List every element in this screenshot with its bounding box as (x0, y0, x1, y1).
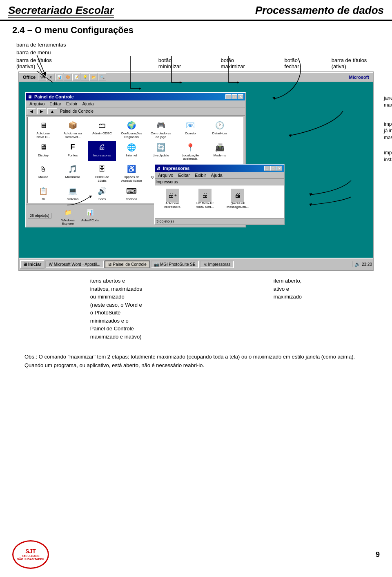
office-btn-1[interactable]: W (38, 74, 46, 81)
painel-up-btn[interactable]: ▲ (47, 108, 57, 114)
diagram-wrapper: barra de ferramentas barra de menu barra… (12, 42, 380, 271)
icon-config-regionais[interactable]: 🌍 ConfiguraçõesRegionais (118, 119, 145, 139)
icon-modems[interactable]: 📠 Modems (206, 141, 234, 161)
icon-adicionar-impressora[interactable]: 🖨+ Adicionarimpressora (158, 189, 187, 215)
painel-back-btn[interactable]: ◀ (27, 108, 36, 114)
painel-forward-btn[interactable]: ▶ (37, 108, 46, 114)
taskbar-item-word[interactable]: W Microsoft Word - Apostil... (45, 261, 103, 268)
word-icon: W (49, 262, 52, 267)
impressoras-menu-arquivo[interactable]: Arquivo (156, 172, 175, 178)
taskbar-item-painel[interactable]: 🖥 Painel de Controle (105, 261, 150, 268)
office-btn-7[interactable]: 📂 (89, 74, 98, 81)
label-botao-fechar: botão fechar (285, 57, 311, 69)
icon-admin-odbc[interactable]: 🗃 Admin ODBC (88, 119, 116, 139)
icon-internet[interactable]: 🌐 Internet (118, 141, 145, 161)
painel-maximize-btn[interactable]: □ (232, 94, 237, 99)
icon-teclado[interactable]: ⌨ Teclado (118, 185, 145, 201)
icon-adicionar-remover[interactable]: 📦 Adicionar ouRemover... (59, 119, 87, 139)
label-barra-menu: barra de menu (16, 49, 69, 56)
header-left-title: Secretariado Escolar (8, 4, 114, 18)
painel-menu-ajuda[interactable]: Ajuda (80, 101, 96, 107)
photo-icon: 📷 (154, 262, 159, 267)
impressoras-status-text: 3 objeto(s) (156, 219, 174, 223)
microsoft-label: Microsoft (347, 75, 371, 80)
office-btn-8[interactable]: 🔍 (98, 74, 106, 81)
impressoras-statusbar: 3 objeto(s) (155, 218, 284, 224)
painel-toolbar-label: Painel de Controle (60, 109, 94, 114)
taskbar-systray: 🔊 23:20 (352, 261, 372, 267)
painel-menu-editar[interactable]: Editar (47, 101, 63, 107)
printer-taskbar-icon: 🖨 (203, 262, 207, 267)
page-number: 9 (376, 550, 380, 559)
windows-logo-icon: ⊞ (23, 262, 27, 267)
section-title: 2.4 – O menu Configurações (12, 25, 380, 36)
painel-bottom-icons: 📁 WindowsExplorer 📊 AulasPC.xls (58, 206, 100, 226)
painel-menu-exibir[interactable]: Exibir (64, 101, 80, 107)
taskbar-items: W Microsoft Word - Apostil... 🖥 Painel d… (45, 261, 351, 268)
icon-liveupdate[interactable]: 🔄 LiveUpdate (147, 141, 175, 161)
icon-aulaspc[interactable]: 📊 AulasPC.xls (80, 206, 100, 226)
icon-windows-explorer[interactable]: 📁 WindowsExplorer (58, 206, 78, 226)
painel-titlebar: 🖥 Painel de Controle _ □ ✕ (26, 93, 245, 100)
label-barra-titulos-ativa: barra de títulos (ativa) (332, 57, 380, 69)
obs-text: Obs.: O comando "maximizar" tem 2 etapas… (24, 353, 368, 370)
label-botao-minimizar: botão minimizar (158, 57, 192, 69)
taskbar-item-impressoras[interactable]: 🖨 Impressoras (200, 261, 234, 268)
icon-display[interactable]: 🖥 Display (29, 141, 57, 161)
icon-mouse[interactable]: 🖱 Mouse (29, 163, 57, 183)
obs-section: Obs.: O comando "maximizar" tem 2 etapas… (12, 353, 380, 370)
clock: 23:20 (362, 262, 372, 267)
impressoras-menu-ajuda[interactable]: Ajuda (209, 172, 225, 178)
impressoras-minimize-btn[interactable]: _ (264, 166, 270, 171)
icon-hp-deskjet[interactable]: 🖨 HP DeskJet680C Seri... (191, 189, 219, 215)
icon-impressoras[interactable]: 🖨 Impressoras (88, 141, 116, 161)
office-btn-4[interactable]: 🎨 (64, 74, 72, 81)
icon-quicklink[interactable]: 🖨 QuickLinkMessageCen... (223, 189, 252, 215)
icon-correio[interactable]: 📧 Correio (176, 119, 204, 139)
impressoras-menu-editar[interactable]: Editar (176, 172, 192, 178)
painel-menubar: Arquivo Editar Exibir Ajuda (26, 100, 245, 107)
painel-close-btn[interactable]: ✕ (238, 94, 243, 99)
impressoras-close-btn[interactable]: ✕ (276, 166, 282, 171)
impressoras-maximize-btn[interactable]: □ (270, 166, 276, 171)
impressora-instalada-label: impressora já instalada, mas inativa (384, 121, 392, 141)
painel-titlebar-buttons: _ □ ✕ (225, 94, 243, 99)
taskbar-item-photosuite[interactable]: 📷 MGI PhotoSuite SE (151, 261, 199, 268)
icon-opcoes-acessibilidade[interactable]: ♿ Opções deAcessibilidade (118, 163, 145, 183)
janelas-maximizadas-label: janelas maximizadas (384, 95, 392, 109)
icon-controladores[interactable]: 🎮 Controladoresde jogo (147, 119, 175, 139)
label-barra-titulos-inativa: barra de títulos (inativa) (16, 57, 69, 69)
right-annotations: janelas maximizadas impressora já instal… (384, 95, 392, 163)
office-btn-6[interactable]: 💡 (81, 74, 89, 81)
itens-abertos-label: itens abertos e inativos, maximizados ou… (90, 277, 142, 341)
win98-screenshot: Office W X 📊 🎨 📝 💡 📂 🔍 Microsoft (18, 71, 374, 271)
start-button[interactable]: ⊞ Iniciar (20, 260, 45, 269)
office-toolbar: Office W X 📊 🎨 📝 💡 📂 🔍 Microsoft (19, 72, 373, 82)
page-container: Secretariado Escolar Processamento de da… (0, 0, 392, 370)
left-labels: barra de ferramentas barra de menu barra… (16, 42, 69, 69)
office-btn-5[interactable]: 📝 (72, 74, 80, 81)
left-annotation: "Adicionar impressora", para instalar no… (0, 164, 8, 192)
office-toolbar-buttons: W X 📊 🎨 📝 💡 📂 🔍 (38, 74, 346, 81)
office-btn-2[interactable]: X (47, 74, 55, 81)
impressoras-titlebar-buttons: _ □ ✕ (264, 166, 282, 171)
impressoras-menu-exibir[interactable]: Exibir (193, 172, 208, 178)
icon-sons[interactable]: 🔊 Sons (88, 185, 116, 201)
icon-multimidia[interactable]: 🎵 Multimídia (59, 163, 87, 183)
logo-text: FACULDADESÃO JUDAS TADEU (17, 555, 44, 561)
label-botao-maximizar: botão maximizar (221, 57, 256, 69)
main-content: 2.4 – O menu Configurações (0, 25, 392, 370)
icon-adicionar-novo[interactable]: 🖥 AdicionarNovo H... (29, 119, 57, 139)
icon-data-hora[interactable]: 🕐 Data/Hora (206, 119, 234, 139)
icon-odbc-32[interactable]: 🗄 ODBC de32bits (88, 163, 116, 183)
icon-fontes[interactable]: F Fontes (59, 141, 87, 161)
page-header: Secretariado Escolar Processamento de da… (0, 0, 392, 21)
item-aberto-label: item aberto, ativo e maximizado (274, 277, 302, 341)
icon-sistema[interactable]: 💻 Sistema (59, 185, 87, 201)
footer-logo: SJT FACULDADESÃO JUDAS TADEU (12, 540, 49, 569)
painel-menu-arquivo[interactable]: Arquivo (27, 101, 47, 107)
painel-minimize-btn[interactable]: _ (225, 94, 231, 99)
office-btn-3[interactable]: 📊 (55, 74, 63, 81)
icon-localizacao[interactable]: 📍 Localizaçãoacelerada (176, 141, 204, 161)
icon-di[interactable]: 📋 Di (29, 185, 57, 201)
